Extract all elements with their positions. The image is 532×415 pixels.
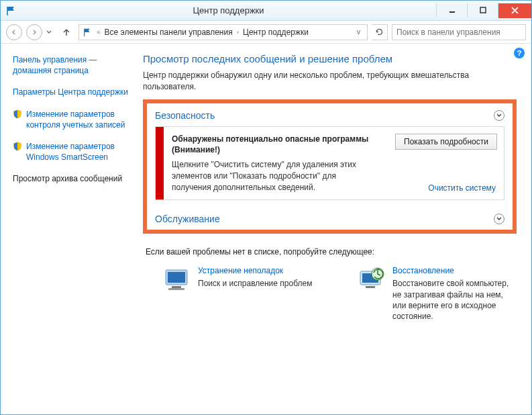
navbar: « Все элементы панели управления › Центр…	[1, 21, 531, 44]
alert-body: Обнаружены потенциально опасные программ…	[164, 127, 504, 200]
sidebar-item-label: Просмотр архива сообщений	[13, 173, 122, 184]
tile-recovery[interactable]: Восстановление Восстановите свой компьют…	[355, 266, 516, 322]
content: Панель управления — домашняя страница Па…	[1, 44, 531, 414]
flag-icon	[6, 5, 17, 16]
chevron-down-icon[interactable]	[494, 214, 504, 224]
tiles: Устранение неполадок Поиск и исправление…	[143, 266, 517, 322]
tile-desc: Поиск и исправление проблем	[198, 278, 312, 289]
alert-description: Щелкните "Очистить систему" для удаления…	[172, 159, 373, 193]
refresh-icon	[375, 28, 384, 36]
sidebar-item-label: Изменение параметров Windows SmartScreen	[26, 141, 128, 163]
troubleshoot-icon	[160, 266, 191, 294]
titlebar: Центр поддержки	[1, 1, 531, 21]
search-input[interactable]	[392, 24, 526, 40]
breadcrumb-item[interactable]: Центр поддержки	[243, 28, 309, 37]
footer-note: Если вашей проблемы нет в списке, попроб…	[146, 247, 517, 257]
sidebar-item-label: Изменение параметров контроля учетных за…	[26, 109, 128, 130]
svg-rect-10	[366, 286, 375, 288]
arrow-right-icon	[31, 29, 38, 36]
window-title: Центр поддержки	[21, 5, 436, 15]
chevron-down-icon[interactable]	[494, 110, 504, 121]
tile-title: Восстановление	[392, 266, 516, 275]
main-panel: ? Просмотр последних сообщений и решение…	[135, 44, 531, 414]
shield-icon	[13, 142, 22, 151]
flag-icon	[83, 28, 93, 37]
sidebar-item-smartscreen[interactable]: Изменение параметров Windows SmartScreen	[13, 141, 128, 163]
forward-button[interactable]	[26, 24, 42, 40]
tile-troubleshoot[interactable]: Устранение неполадок Поиск и исправление…	[160, 266, 321, 322]
svg-rect-1	[480, 7, 486, 13]
chevron-right-icon: ›	[235, 28, 240, 36]
alert-card: Обнаружены потенциально опасные программ…	[155, 126, 504, 201]
breadcrumb-prefix: «	[95, 28, 102, 36]
arrow-left-icon	[11, 29, 17, 36]
tile-title: Устранение неполадок	[198, 266, 312, 275]
minimize-button[interactable]	[436, 3, 467, 17]
section-maintenance-header[interactable]: Обслуживание	[147, 207, 513, 230]
chevron-down-icon	[46, 30, 52, 34]
back-button[interactable]	[6, 24, 22, 40]
history-dropdown[interactable]	[46, 28, 54, 36]
show-details-button[interactable]: Показать подробности	[395, 134, 497, 150]
section-security-header[interactable]: Безопасность	[147, 103, 513, 126]
sidebar-item-settings[interactable]: Параметры Центра поддержки	[13, 87, 128, 97]
sidebar: Панель управления — домашняя страница Па…	[1, 44, 135, 414]
svg-rect-5	[168, 272, 185, 283]
help-icon[interactable]: ?	[514, 48, 525, 58]
close-button[interactable]	[498, 3, 531, 18]
up-button[interactable]	[58, 24, 74, 40]
highlight-box: Безопасность Обнаружены потенциально опа…	[143, 99, 517, 234]
clean-system-link[interactable]: Очистить систему	[428, 183, 496, 193]
window-controls	[436, 3, 531, 18]
maximize-button[interactable]	[467, 3, 498, 17]
tile-desc: Восстановите свой компьютер, не затрагив…	[392, 278, 516, 322]
sidebar-item-archive[interactable]: Просмотр архива сообщений	[13, 173, 128, 184]
sidebar-item-uac[interactable]: Изменение параметров контроля учетных за…	[13, 109, 128, 130]
shield-icon	[13, 109, 22, 119]
chevron-down-icon[interactable]: v	[354, 28, 363, 36]
svg-rect-7	[168, 288, 184, 290]
page-subtitle: Центр поддержки обнаружил одну или неско…	[143, 70, 517, 93]
sidebar-item-label: Панель управления — домашняя страница	[13, 54, 128, 76]
refresh-button[interactable]	[372, 24, 388, 40]
section-title: Обслуживание	[155, 214, 220, 224]
arrow-up-icon	[62, 28, 71, 37]
section-title: Безопасность	[155, 110, 215, 121]
page-title: Просмотр последних сообщений и решение п…	[143, 53, 517, 64]
sidebar-item-home[interactable]: Панель управления — домашняя страница	[13, 54, 128, 76]
breadcrumb-item[interactable]: Все элементы панели управления	[105, 28, 233, 37]
recovery-icon	[355, 266, 386, 294]
breadcrumb[interactable]: « Все элементы панели управления › Центр…	[78, 24, 368, 40]
sidebar-item-label: Параметры Центра поддержки	[13, 87, 128, 97]
alert-severity-stripe	[156, 127, 164, 200]
svg-rect-6	[172, 286, 181, 288]
